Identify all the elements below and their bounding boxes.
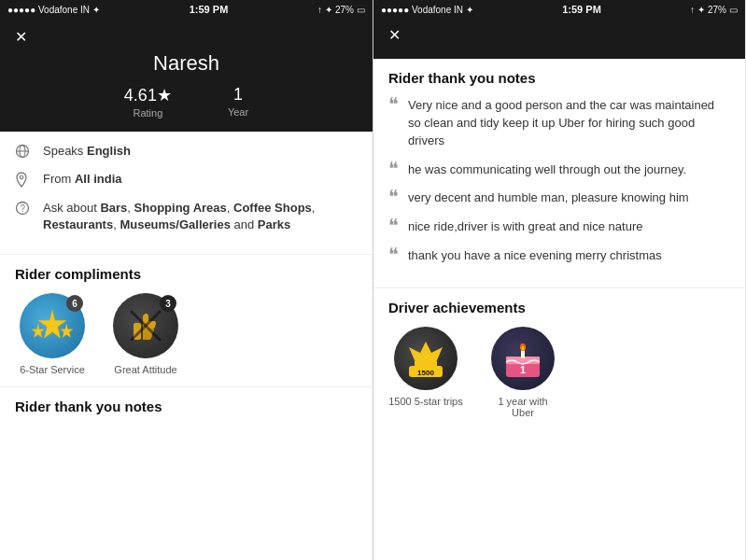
left-phone: ●●●●● Vodafone IN ✦ 1:59 PM ↑ ✦ 27% ▭ ✕ … [0, 0, 373, 560]
year-badge: 1 [491, 327, 555, 390]
svg-marker-8 [61, 324, 73, 337]
from-value: All india [75, 172, 122, 186]
right-phone: ●●●●● Vodafone IN ✦ 1:59 PM ↑ ✦ 27% ▭ ✕ … [373, 0, 745, 560]
trips-label: 1500 5-star trips [388, 396, 462, 407]
wifi-icon-left: ✦ [92, 5, 100, 15]
compliments-title: Rider compliments [15, 266, 358, 282]
attitude-label: Great Attitude [114, 364, 176, 375]
status-bar-left: ●●●●● Vodafone IN ✦ 1:59 PM ↑ ✦ 27% ▭ [0, 0, 373, 19]
note-item-1: ❝ Very nice and a good person and the ca… [388, 97, 730, 150]
location-icon-left: ↑ [317, 5, 322, 15]
notes-section: Rider thank you notes ❝ Very nice and a … [373, 59, 745, 288]
bluetooth-icon-right: ✦ [697, 5, 705, 15]
ask-text: Ask about Bars, Shopping Areas, Coffee S… [43, 200, 358, 233]
status-battery-right: ↑ ✦ 27% ▭ [690, 5, 738, 15]
trips-badge: 1500 [394, 327, 457, 390]
quote-icon-4: ❝ [388, 217, 399, 235]
compliments-section: Rider compliments 6 [0, 255, 373, 387]
note-item-4: ❝ nice ride,driver is with great and nic… [388, 218, 730, 236]
svg-marker-7 [32, 324, 44, 337]
info-section: Speaks English From All india [0, 132, 373, 255]
battery-level-right: 27% [708, 5, 726, 15]
status-battery-left: ↑ ✦ 27% ▭ [317, 5, 365, 15]
achievements-title: Driver achievements [388, 300, 730, 315]
status-signal-right: ●●●●● Vodafone IN ✦ [381, 5, 473, 15]
note-item-3: ❝ very decent and humble man, pleasure k… [388, 189, 730, 207]
question-icon: ? [15, 201, 35, 218]
close-button-left[interactable]: ✕ [15, 28, 27, 46]
globe-icon [15, 144, 35, 161]
status-signal-left: ●●●●● Vodafone IN ✦ [7, 5, 100, 15]
notes-teaser-title: Rider thank you notes [15, 399, 358, 414]
from-text: From All india [43, 171, 122, 188]
year-achievement: 1 1 year with Uber [486, 327, 560, 418]
svg-point-20 [522, 346, 525, 350]
note-text-2: he was communicating well through out th… [408, 161, 686, 179]
status-bar-right: ●●●●● Vodafone IN ✦ 1:59 PM ↑ ✦ 27% ▭ [373, 0, 745, 19]
battery-icon-left: ▭ [357, 5, 365, 15]
svg-marker-12 [409, 342, 443, 360]
note-text-1: Very nice and a good person and the car … [408, 97, 730, 150]
years-value: 1 [228, 85, 248, 105]
language-row: Speaks English [15, 143, 358, 161]
note-text-4: nice ride,driver is with great and nice … [408, 218, 642, 236]
signal-dots-right: ●●●●● Vodafone IN [381, 5, 463, 15]
language-value: English [87, 144, 131, 158]
rating-label: Rating [124, 107, 172, 119]
quote-icon-1: ❝ [388, 95, 399, 114]
years-label: Year [228, 106, 248, 118]
right-content: Rider thank you notes ❝ Very nice and a … [373, 59, 745, 560]
driver-header: ✕ Naresh 4.61★ Rating 1 Year [0, 19, 373, 132]
rating-value: 4.61★ [124, 85, 172, 105]
service-count: 6 [66, 295, 83, 312]
driver-stats: 4.61★ Rating 1 Year [15, 85, 358, 119]
note-text-5: thank you have a nice evening merry chri… [408, 247, 662, 265]
note-text-3: very decent and humble man, pleasure kno… [408, 189, 689, 207]
notes-title: Rider thank you notes [388, 70, 730, 86]
right-header: ✕ [373, 19, 745, 59]
note-item-2: ❝ he was communicating well through out … [388, 161, 730, 179]
quote-icon-2: ❝ [388, 160, 399, 178]
achievements-section: Driver achievements 1500 150 [373, 288, 745, 429]
compliments-row: 6 6-Star Service [15, 293, 358, 375]
service-compliment: 6 6-Star Service [15, 293, 90, 375]
quote-icon-5: ❝ [388, 245, 399, 264]
years-stat: 1 Year [228, 85, 248, 119]
service-label: 6-Star Service [20, 364, 85, 375]
location-icon-right: ↑ [690, 5, 695, 15]
bluetooth-icon-left: ✦ [325, 5, 332, 15]
driver-name: Naresh [15, 51, 358, 76]
status-time-right: 1:59 PM [562, 4, 601, 15]
signal-dots: ●●●●● Vodafone IN [7, 5, 90, 15]
attitude-compliment: 3 Great Attitude [108, 293, 183, 375]
svg-text:1: 1 [520, 364, 526, 375]
location-row: From All india [15, 171, 358, 190]
year-label: 1 year with Uber [486, 396, 560, 418]
battery-icon-right: ▭ [729, 5, 738, 15]
attitude-badge: 3 [113, 293, 178, 358]
language-text: Speaks English [43, 143, 131, 160]
attitude-count: 3 [160, 295, 176, 312]
pin-icon [15, 172, 35, 190]
achievements-row: 1500 1500 5-star trips [388, 327, 730, 418]
svg-text:?: ? [21, 203, 26, 214]
svg-marker-6 [38, 310, 67, 339]
service-badge: 6 [20, 293, 85, 358]
trips-achievement: 1500 1500 5-star trips [388, 327, 463, 418]
battery-level-left: 27% [335, 5, 354, 15]
svg-text:1500: 1500 [417, 369, 434, 377]
close-button-right[interactable]: ✕ [388, 26, 401, 44]
wifi-icon-right: ✦ [466, 5, 473, 15]
rating-stat: 4.61★ Rating [124, 85, 172, 119]
ask-row: ? Ask about Bars, Shopping Areas, Coffee… [15, 200, 358, 233]
svg-point-3 [20, 175, 23, 179]
status-time-left: 1:59 PM [190, 4, 229, 15]
left-content: Speaks English From All india [0, 132, 373, 560]
notes-teaser: Rider thank you notes [0, 387, 373, 433]
quote-icon-3: ❝ [388, 188, 399, 206]
note-item-5: ❝ thank you have a nice evening merry ch… [388, 247, 730, 265]
